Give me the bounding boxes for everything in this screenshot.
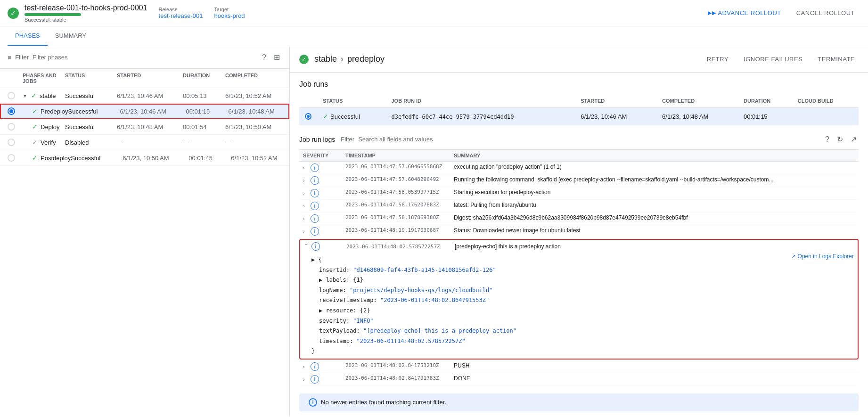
progress-bar: [25, 13, 81, 16]
expand-toggle[interactable]: ›: [303, 178, 309, 183]
right-header: ✓ stable › predeploy RETRY IGNORE FAILUR…: [290, 46, 868, 73]
check-stable: ✓: [31, 92, 37, 99]
table-row[interactable]: ✓ Verify Disabled — — —: [0, 135, 289, 150]
col-job-completed: Completed: [656, 94, 738, 108]
log-search-input[interactable]: [358, 136, 818, 143]
phase-name-verify: ✓ Verify: [23, 139, 65, 146]
log-row[interactable]: › i 2023-06-01T14:48:02.841753210Z PUSH: [299, 360, 859, 373]
log-row[interactable]: › i 2023-06-01T14:48:02.841791783Z DONE: [299, 373, 859, 386]
open-in-logs-explorer-link[interactable]: ↗ Open in Logs Explorer: [791, 253, 854, 260]
success-icon: ✓: [8, 8, 19, 19]
expand-toggle[interactable]: ›: [303, 190, 309, 196]
check-predeploy: ✓: [32, 107, 38, 115]
table-row[interactable]: ▼ ✓ stable Successful 6/1/23, 10:46 AM 0…: [0, 88, 289, 104]
job-runs-section: Job runs Status Job run ID Started Compl…: [290, 73, 868, 133]
severity-badge: i: [311, 227, 319, 236]
log-col-severity: SEVERITY: [303, 153, 345, 158]
stable-label-text: stable: [40, 92, 56, 99]
log-filter-label: Filter: [341, 136, 354, 143]
log-section: Job run logs Filter ? ↻ ↗ SEVERITY TIMES…: [290, 133, 868, 393]
table-row[interactable]: ✓ Predeploy Successful 6/1/23, 10:46 AM …: [0, 104, 289, 119]
table-row[interactable]: ✓ Postdeploy Successful 6/1/23, 10:50 AM…: [0, 150, 289, 166]
col-cloud-build: Cloud Build: [792, 94, 859, 108]
log-row[interactable]: › i 2023-06-01T14:47:58.053997715Z Start…: [299, 187, 859, 200]
radio-predeploy: [8, 107, 15, 115]
postdeploy-status: Successful: [71, 155, 123, 162]
predeploy-status: Successful: [68, 108, 120, 115]
json-field-severity: severity: "INFO": [311, 316, 846, 327]
summary: Running the following command: skaffold …: [454, 176, 855, 183]
phase-name-right: stable: [314, 54, 337, 64]
severity-badge: i: [311, 362, 319, 371]
target-link[interactable]: hooks-prod: [214, 12, 245, 19]
col-job-status: Status: [317, 94, 385, 108]
job-run-row[interactable]: ✓ Successful d3efedfc-60c7-44ce-9579-377…: [299, 108, 859, 125]
ignore-failures-button[interactable]: IGNORE FAILURES: [740, 54, 806, 65]
expand-toggle[interactable]: ›: [303, 203, 309, 209]
no-entries-text: No newer entries found matching current …: [321, 399, 446, 406]
check-deploy: ✓: [32, 123, 38, 131]
timestamp: 2023-06-01T14:48:02.841753210Z: [345, 362, 454, 368]
job-run-duration: 00:01:15: [738, 108, 792, 125]
timestamp: 2023-06-01T14:47:57.6048296492: [345, 176, 454, 182]
log-row[interactable]: › i 2023-06-01T14:47:58.176207883Z lates…: [299, 200, 859, 213]
cancel-rollout-button[interactable]: CANCEL ROLLOUT: [791, 7, 860, 19]
tab-summary[interactable]: SUMMARY: [48, 26, 94, 46]
summary: DONE: [454, 375, 855, 382]
log-row[interactable]: › i 2023-06-01T14:47:57.6046655868Z exec…: [299, 162, 859, 174]
json-field-receiveTimestamp: receiveTimestamp: "2023-06-01T14:48:02.8…: [311, 295, 846, 306]
postdeploy-duration: 00:01:45: [188, 155, 231, 162]
expand-toggle[interactable]: ›: [303, 216, 309, 221]
severity-badge: i: [311, 189, 319, 197]
tab-phases[interactable]: PHASES: [8, 26, 48, 46]
expand-toggle[interactable]: ›: [303, 364, 309, 369]
log-help-icon[interactable]: ?: [823, 133, 831, 146]
release-info: test-release-001-to-hooks-prod-0001 Succ…: [25, 4, 147, 23]
predeploy-completed: 6/1/23, 10:48 AM: [229, 108, 285, 115]
log-external-icon[interactable]: ↗: [849, 133, 859, 146]
target-meta: Target hooks-prod: [214, 7, 245, 19]
phases-table: Phases and Jobs Status Started Duration …: [0, 69, 289, 416]
log-row[interactable]: › i 2023-06-01T14:47:57.6048296492 Runni…: [299, 174, 859, 187]
summary: PUSH: [454, 362, 855, 369]
retry-button[interactable]: RETRY: [703, 54, 732, 65]
expanded-log-header[interactable]: › i 2023-06-01T14:48:02.578572257Z [pred…: [300, 240, 858, 253]
col-duration: Duration: [183, 73, 225, 84]
header: ✓ test-release-001-to-hooks-prod-0001 Su…: [0, 0, 868, 26]
columns-icon[interactable]: ⊞: [272, 51, 282, 64]
release-link[interactable]: test-release-001: [159, 12, 203, 19]
json-field-logName: logName: "projects/deploy-hooks-qs/logs/…: [311, 286, 846, 296]
col-status-header: [299, 94, 317, 108]
summary: Status: Downloaded newer image for ubunt…: [454, 227, 855, 234]
expanded-summary: [predeploy-echo] this is a predeploy act…: [455, 243, 854, 250]
verify-status: Disabled: [65, 139, 117, 146]
log-refresh-icon[interactable]: ↻: [835, 133, 845, 146]
json-field-textPayload: textPayload: "[predeploy-echo] this is a…: [311, 326, 846, 336]
table-row[interactable]: ✓ Deploy Successful 6/1/23, 10:48 AM 00:…: [0, 119, 289, 135]
log-table-header: SEVERITY TIMESTAMP SUMMARY: [299, 149, 859, 162]
severity-badge: i: [311, 164, 319, 172]
log-row[interactable]: › i 2023-06-01T14:47:58.187869380Z Diges…: [299, 213, 859, 225]
expand-toggle[interactable]: ›: [303, 229, 309, 234]
terminate-button[interactable]: TERMINATE: [814, 54, 859, 65]
predeploy-duration: 00:01:15: [186, 108, 229, 115]
expand-toggle-open[interactable]: ›: [304, 244, 310, 249]
log-title: Job run logs: [299, 136, 335, 143]
release-title: test-release-001-to-hooks-prod-0001: [25, 4, 147, 12]
phase-name-postdeploy: ✓ Postdeploy: [23, 154, 71, 162]
header-left: ✓ test-release-001-to-hooks-prod-0001 Su…: [8, 4, 147, 23]
log-filter-bar: Filter: [341, 136, 818, 143]
log-row[interactable]: › i 2023-06-01T14:48:19.1917030687 Statu…: [299, 225, 859, 238]
log-json: ▶ { insertId: "d1468809-faf4-43fb-a145-1…: [300, 253, 858, 359]
left-panel: ≡ Filter ? ⊞ Phases and Jobs Status Star…: [0, 46, 290, 416]
expand-toggle[interactable]: ›: [303, 165, 309, 171]
radio-verify: [8, 139, 15, 146]
json-field-labels: ▶ labels: {1}: [311, 275, 846, 286]
severity-badge: i: [311, 242, 320, 251]
expand-toggle[interactable]: ›: [303, 376, 309, 382]
col-job-run-id: Job run ID: [385, 94, 575, 108]
predeploy-label-text: Predeploy: [41, 108, 68, 115]
help-icon[interactable]: ?: [260, 51, 268, 64]
advance-rollout-button[interactable]: ▶▶ ADVANCE ROLLOUT: [702, 7, 786, 19]
filter-input[interactable]: [33, 54, 127, 61]
